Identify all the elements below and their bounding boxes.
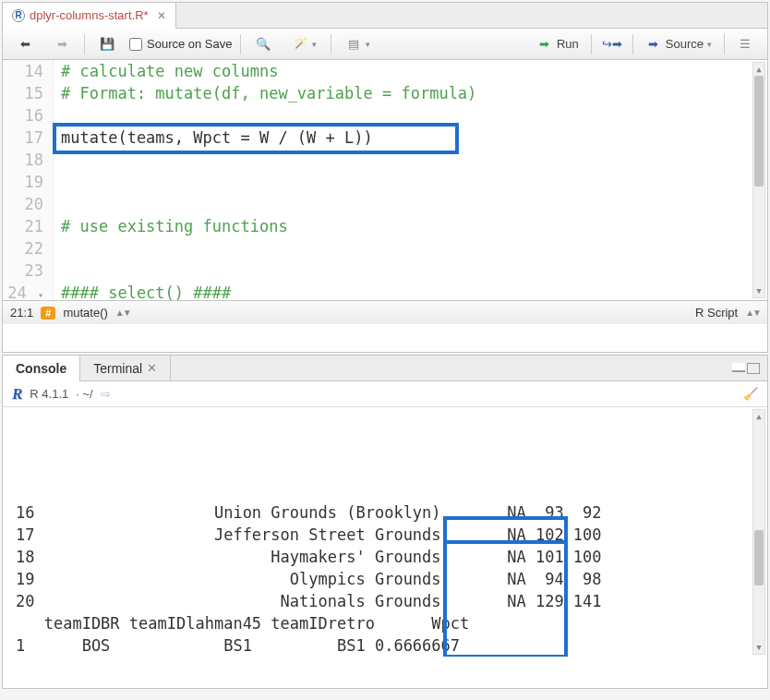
console-info-bar: R R 4.1.1 · ~/ ⇨ 🧹: [3, 381, 767, 407]
code-line[interactable]: [61, 259, 767, 282]
console-row: 18 Haymakers' Grounds NA 101 100: [16, 546, 767, 568]
scope-label[interactable]: mutate(): [63, 306, 107, 320]
scroll-up-arrow[interactable]: ▲: [753, 410, 764, 423]
pane-window-controls: [732, 363, 767, 374]
code-line[interactable]: #### select() ####: [61, 282, 767, 300]
editor-toolbar: ⬅ ➡ 💾 Source on Save 🔍 🪄▾ ▤▾ ➡ Run: [3, 29, 767, 60]
close-tab-icon[interactable]: ✕: [157, 9, 166, 22]
console-row: 20 Nationals Grounds NA 129 141: [16, 590, 767, 612]
wand-button[interactable]: 🪄▾: [285, 32, 323, 56]
file-tab[interactable]: R dplyr-columns-start.R* ✕: [3, 3, 176, 29]
save-icon: 💾: [99, 36, 115, 53]
scroll-up-arrow[interactable]: ▲: [753, 63, 764, 76]
source-on-save-checkbox[interactable]: [129, 38, 142, 51]
rerun-button[interactable]: ↪➡: [597, 32, 627, 56]
code-line[interactable]: # Format: mutate(df, new_variable = form…: [61, 82, 767, 104]
source-icon: ➡: [645, 36, 662, 53]
console-row: 1 BOS BS1 BS1 0.6666667: [16, 634, 767, 657]
clear-console-icon[interactable]: 🧹: [743, 387, 758, 401]
outline-button[interactable]: ☰: [730, 32, 760, 56]
editor-tabbar: R dplyr-columns-start.R* ✕: [3, 3, 767, 29]
console-scrollbar[interactable]: ▲ ▼: [752, 409, 765, 655]
close-terminal-icon[interactable]: ✕: [147, 361, 157, 375]
share-icon[interactable]: ⇨: [101, 387, 111, 401]
source-label: Source: [666, 37, 704, 51]
console-pane: Console Terminal ✕ R R 4.1.1 · ~/ ⇨ 🧹 ▲ …: [2, 355, 768, 689]
run-button[interactable]: ➡ Run: [530, 32, 585, 56]
tab-console-label: Console: [16, 361, 66, 376]
code-line[interactable]: [61, 149, 767, 171]
file-tab-label: dplyr-columns-start.R*: [30, 8, 149, 22]
code-area[interactable]: # calculate new columns# Format: mutate(…: [54, 60, 767, 300]
console-row: 16 Union Grounds (Brooklyn) NA 93 92: [16, 501, 767, 524]
console-row: 17 Jefferson Street Grounds NA 102 100: [16, 524, 767, 546]
back-button[interactable]: ⬅: [10, 32, 40, 56]
source-button[interactable]: ➡ Source ▾: [639, 32, 718, 56]
console-tabbar: Console Terminal ✕: [3, 356, 767, 381]
rerun-icon: ↪➡: [604, 36, 620, 53]
scope-updown-icon[interactable]: ▲▼: [115, 308, 130, 318]
tab-console[interactable]: Console: [3, 356, 80, 381]
scroll-down-arrow[interactable]: ▼: [753, 284, 764, 297]
code-line[interactable]: # calculate new columns: [61, 60, 767, 82]
find-button[interactable]: 🔍: [248, 32, 278, 56]
code-line[interactable]: mutate(teams, Wpct = W / (W + L)): [61, 127, 767, 149]
separator: [240, 34, 241, 54]
scope-badge: #: [41, 307, 55, 320]
editor-scrollbar[interactable]: ▲ ▼: [752, 62, 765, 298]
maximize-pane-icon[interactable]: [747, 363, 760, 374]
separator: [632, 34, 633, 54]
search-icon: 🔍: [255, 36, 271, 53]
filetype-label[interactable]: R Script: [695, 306, 738, 320]
wand-icon: 🪄: [292, 36, 308, 53]
code-line[interactable]: [61, 171, 767, 193]
tab-terminal-label: Terminal: [93, 361, 142, 376]
scroll-down-arrow[interactable]: ▼: [753, 641, 764, 654]
console-output[interactable]: ▲ ▼ 16 Union Grounds (Brooklyn) NA 93 92…: [3, 407, 767, 657]
line-gutter: 1415161718192021222324 ▾: [3, 60, 54, 300]
arrow-right-icon: ➡: [54, 36, 70, 53]
cursor-position: 21:1: [10, 306, 33, 320]
separator: [724, 34, 725, 54]
filetype-updown-icon[interactable]: ▲▼: [745, 308, 760, 318]
outline-icon: ☰: [737, 36, 753, 53]
working-dir-label[interactable]: · ~/: [76, 387, 92, 401]
r-version-label: R 4.1.1: [30, 387, 68, 401]
separator: [331, 34, 331, 54]
run-icon: ➡: [536, 36, 553, 53]
run-label: Run: [557, 37, 579, 51]
separator: [84, 34, 85, 54]
source-on-save-toggle[interactable]: Source on Save: [129, 37, 233, 51]
editor-statusbar: 21:1 # mutate() ▲▼ R Script ▲▼: [3, 300, 767, 324]
minimize-pane-icon[interactable]: [732, 363, 745, 372]
code-line[interactable]: [61, 104, 767, 127]
code-editor[interactable]: 1415161718192021222324 ▾ # calculate new…: [3, 60, 767, 300]
editor-pane: R dplyr-columns-start.R* ✕ ⬅ ➡ 💾 Source …: [2, 2, 768, 353]
scroll-thumb[interactable]: [754, 76, 764, 187]
source-on-save-label: Source on Save: [147, 37, 233, 51]
forward-button[interactable]: ➡: [47, 32, 77, 56]
console-header-row: teamIDBR teamIDlahman45 teamIDretro Wpct: [16, 612, 767, 634]
notebook-icon: ▤: [345, 36, 362, 53]
tab-terminal[interactable]: Terminal ✕: [80, 356, 171, 381]
r-logo-icon: R: [12, 385, 22, 404]
console-row: 19 Olympics Grounds NA 94 98: [16, 568, 767, 590]
notebook-button[interactable]: ▤▾: [339, 32, 377, 56]
code-line[interactable]: # use existing functions: [61, 215, 767, 237]
save-button[interactable]: 💾: [92, 32, 122, 56]
code-line[interactable]: [61, 237, 767, 259]
separator: [591, 34, 592, 54]
r-file-icon: R: [12, 9, 25, 22]
scroll-thumb[interactable]: [754, 530, 764, 585]
code-line[interactable]: [61, 193, 767, 215]
arrow-left-icon: ⬅: [17, 36, 33, 53]
